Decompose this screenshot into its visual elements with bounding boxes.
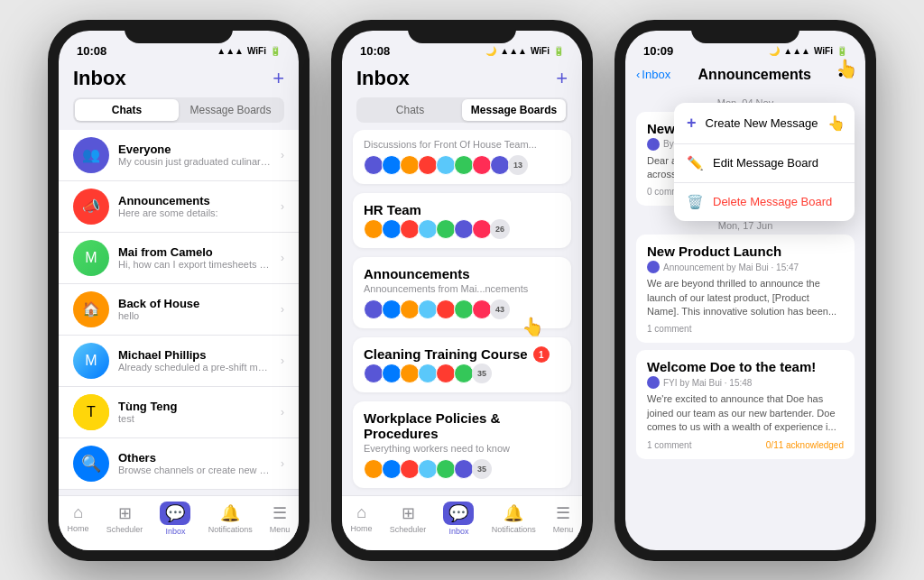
board-workplace-title: Workplace Policies & Procedures [364, 410, 560, 441]
menu-icon-1: ☰ [273, 503, 287, 523]
board-hr-team[interactable]: HR Team 26 [353, 193, 571, 248]
status-icons-3: 🌙 ▲▲▲ WiFi 🔋 [769, 46, 847, 56]
back-button[interactable]: ‹ Inbox [636, 68, 670, 81]
avatar-mai: M [73, 240, 109, 276]
nav-menu-label-2: Menu [553, 525, 574, 534]
nav-inbox-label-1: Inbox [165, 527, 185, 536]
nav-home-label-1: Home [68, 524, 89, 533]
chat-mai[interactable]: M Mai from Camelo Hi, how can I export t… [59, 233, 299, 284]
mini-avatar [364, 459, 383, 479]
chat-everyone[interactable]: 👥 Everyone My cousin just graduated culi… [59, 130, 299, 181]
board-front-house[interactable]: Discussions for Front Of House Team... 1… [353, 130, 571, 184]
chevron-backhouse: › [281, 303, 284, 316]
menu-create-message[interactable]: + Create New Message 👆 [674, 103, 855, 144]
signal-icon-3: ▲▲▲ [783, 46, 810, 56]
inbox-title-1: Inbox [73, 67, 126, 90]
avatar-everyone: 👥 [73, 137, 109, 173]
board-workplace[interactable]: Workplace Policies & Procedures Everythi… [353, 401, 571, 488]
ann-body-3: We're excited to announce that Doe has j… [647, 392, 844, 434]
chat-name-michael: Michael Phillips [118, 348, 272, 362]
chat-others[interactable]: 🔍 Others Browse channels or create new o… [59, 438, 299, 490]
chat-info-tung: Tùng Teng test [118, 400, 272, 424]
chat-tung[interactable]: T Tùng Teng test › [59, 387, 299, 438]
ann-author-avatar-2 [647, 261, 660, 273]
inbox-header-1: Inbox + [59, 63, 299, 97]
mini-avatar [400, 219, 420, 239]
mini-avatar [472, 155, 492, 175]
board-ann-title: Announcements [364, 266, 560, 281]
tabs-1: Chats Message Boards [73, 97, 284, 123]
board-front-house-count: 13 [508, 155, 528, 175]
board-cleaning[interactable]: Cleaning Training Course 1 35 [353, 337, 571, 392]
avatar-backhouse: 🏠 [73, 291, 109, 327]
board-front-house-subtitle: Discussions for Front Of House Team... [364, 139, 560, 150]
nav-scheduler-label-1: Scheduler [106, 525, 143, 534]
chat-name-announcements: Announcements [118, 194, 272, 207]
mini-avatar [454, 299, 474, 319]
battery-icon-3: 🔋 [836, 46, 847, 56]
mini-avatar [364, 155, 383, 175]
tab-message-boards-2[interactable]: Message Boards [462, 99, 566, 121]
delete-icon: 🗑️ [687, 194, 704, 210]
mini-avatar [490, 155, 510, 175]
mini-avatar [364, 219, 383, 239]
announcement-card-2[interactable]: New Product Launch Announcement by Mai B… [636, 235, 855, 343]
chevron-mai: › [281, 252, 284, 264]
chat-announcements[interactable]: 📣 Announcements Here are some details: › [59, 181, 299, 233]
announcement-card-3[interactable]: Welcome Doe to the team! FYI by Mai Bui … [636, 350, 855, 458]
nav-home-2[interactable]: ⌂ Home [351, 503, 373, 533]
add-button-1[interactable]: + [273, 67, 284, 90]
add-button-2[interactable]: + [556, 67, 568, 90]
notch-3 [691, 20, 799, 43]
chat-backhouse[interactable]: 🏠 Back of House hello › [59, 284, 299, 336]
tab-message-boards-1[interactable]: Message Boards [179, 99, 282, 121]
chat-list-1: 👥 Everyone My cousin just graduated culi… [59, 130, 299, 495]
inbox-icon-2: 💬 [443, 502, 474, 525]
menu-edit-label: Edit Message Board [713, 156, 818, 170]
nav-notifications-2[interactable]: 🔔 Notifications [492, 503, 536, 534]
tab-chats-1[interactable]: Chats [75, 99, 179, 121]
phone-1: 10:08 ▲▲▲ WiFi 🔋 Inbox + Chats Message B… [48, 20, 310, 561]
wifi-icon-3: WiFi [814, 46, 833, 56]
ann-meta-3: FYI by Mai Bui · 15:48 [647, 376, 844, 389]
tab-chats-2[interactable]: Chats [358, 99, 462, 121]
chat-preview-backhouse: hello [118, 310, 272, 321]
more-button[interactable]: ••• [838, 68, 855, 82]
menu-delete-board[interactable]: 🗑️ Delete Message Board [674, 183, 855, 221]
nav-menu-1[interactable]: ☰ Menu [270, 503, 291, 534]
board-workplace-subtitle: Everything workers need to know [364, 443, 560, 454]
mini-avatar [418, 459, 438, 479]
avatar-others: 🔍 [73, 446, 109, 482]
nav-inbox-2[interactable]: 💬 Inbox [443, 502, 474, 536]
chat-michael[interactable]: M Michael Phillips Already scheduled a p… [59, 336, 299, 387]
chat-name-backhouse: Back of House [118, 297, 272, 310]
chat-preview-others: Browse channels or create new one [118, 465, 272, 475]
board-cleaning-title: Cleaning Training Course [364, 346, 528, 362]
battery-icon-1: 🔋 [270, 46, 281, 56]
chat-info-others: Others Browse channels or create new one [118, 451, 272, 475]
ann-comments-2: 1 comment [647, 324, 691, 334]
board-announcements[interactable]: Announcements Announcements from Mai...n… [353, 257, 571, 328]
nav-notifications-1[interactable]: 🔔 Notifications [208, 503, 253, 534]
mini-avatar [418, 364, 438, 383]
ann-meta-2: Announcement by Mai Bui · 15:47 [647, 261, 844, 273]
nav-scheduler-2[interactable]: ⊞ Scheduler [390, 503, 427, 534]
scheduler-icon-1: ⊞ [118, 503, 132, 523]
nav-home-label-2: Home [351, 524, 373, 533]
mini-avatar [436, 219, 456, 239]
wifi-icon-2: WiFi [531, 46, 550, 56]
time-2: 10:08 [360, 44, 390, 58]
chevron-michael: › [281, 354, 284, 367]
menu-edit-board[interactable]: ✏️ Edit Message Board [674, 144, 855, 183]
board-workplace-count: 35 [472, 459, 492, 479]
nav-menu-2[interactable]: ☰ Menu [553, 503, 574, 534]
mini-avatar [436, 364, 456, 383]
nav-inbox-1[interactable]: 💬 Inbox [160, 502, 190, 536]
scheduler-icon-2: ⊞ [402, 503, 415, 523]
nav-scheduler-1[interactable]: ⊞ Scheduler [106, 503, 143, 534]
board-ann-count: 43 [490, 299, 510, 319]
time-1: 10:08 [77, 44, 106, 58]
mini-avatar [418, 155, 438, 175]
nav-home-1[interactable]: ⌂ Home [68, 503, 89, 533]
signal-icon-2: ▲▲▲ [500, 46, 527, 56]
